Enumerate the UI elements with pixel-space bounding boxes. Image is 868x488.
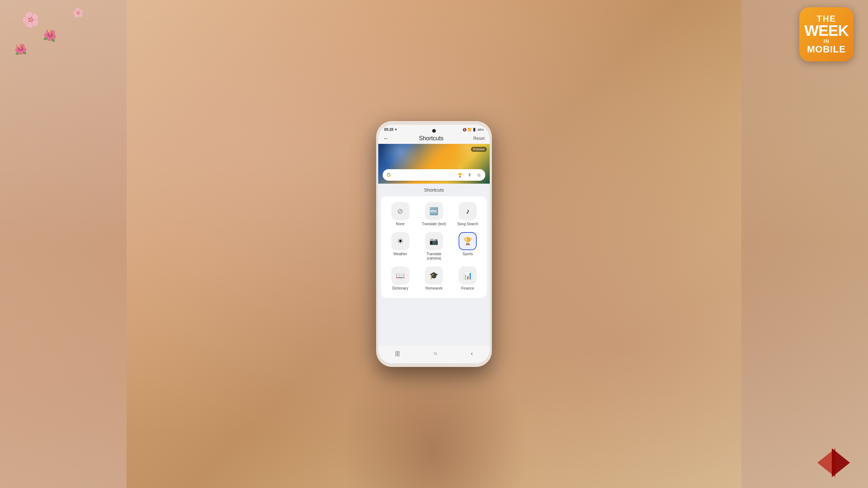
translate-camera-icon: 📷 [429, 237, 438, 245]
back-nav-button[interactable]: ‹ [467, 349, 477, 358]
none-icon: ⊘ [397, 207, 403, 215]
shortcut-weather[interactable]: ☀ Weather [386, 230, 415, 263]
curtain-left [0, 0, 127, 488]
flower-decoration-3: 🌸 [72, 7, 85, 19]
shortcut-dictionary[interactable]: 📖 Dictionary [386, 264, 415, 293]
none-label: None [396, 222, 405, 226]
shortcut-translate-text[interactable]: 🔤 Translate (text) [420, 200, 448, 228]
shortcuts-row-2: ☀ Weather 📷 Translate (camera) [383, 230, 485, 263]
bottom-navigation: ||| ○ ‹ [378, 346, 490, 363]
weather-label: Weather [393, 252, 407, 256]
translate-text-icon-box: 🔤 [425, 202, 443, 220]
flower-decoration-4: 🌺 [14, 43, 27, 55]
signal-icon: ▐▌ [472, 128, 476, 131]
shortcuts-content: Shortcuts ⊘ None 🔤 [378, 184, 490, 346]
arrow-right [832, 448, 850, 477]
preview-badge: Preview [471, 147, 487, 152]
none-icon-box: ⊘ [391, 202, 409, 220]
weather-icon-box: ☀ [391, 232, 409, 250]
page-title: Shortcuts [419, 135, 444, 142]
phone: 09:28 ✳ 🔇 📶 ▐▌ 48% ← Shortcuts Reset [376, 121, 492, 367]
finance-label: Finance [461, 286, 475, 291]
back-button[interactable]: ← [383, 135, 389, 142]
trophy-icon[interactable]: 🏆 [456, 171, 464, 179]
shortcut-homework[interactable]: 🎓 Homework [420, 264, 448, 293]
status-time: 09:28 ✳ [384, 128, 397, 132]
search-icon-group: 🏆 🎙 ⊙ [456, 171, 482, 179]
song-search-label: Song Search [457, 222, 478, 226]
mute-icon: 🔇 [463, 128, 467, 132]
shortcuts-row-1: ⊘ None 🔤 Translate (text) ♪ [383, 200, 485, 228]
phone-screen: 09:28 ✳ 🔇 📶 ▐▌ 48% ← Shortcuts Reset [378, 125, 490, 363]
settings-dot-icon: ✳ [395, 128, 397, 131]
badge-in: IN [824, 38, 829, 44]
translate-camera-label: Translate (camera) [421, 252, 447, 261]
curtain-right [741, 0, 868, 488]
finance-icon-box: 📊 [459, 266, 477, 284]
translate-text-icon: 🔤 [429, 207, 438, 215]
top-bar: ← Shortcuts Reset [378, 133, 490, 144]
badge-week: WEEK [804, 23, 848, 38]
homework-icon-box: 🎓 [425, 266, 443, 284]
google-search-bar[interactable]: G 🏆 🎙 ⊙ [383, 169, 485, 181]
homework-label: Homework [425, 286, 443, 291]
weather-icon: ☀ [397, 237, 404, 245]
home-button[interactable]: ○ [429, 349, 442, 358]
shortcut-song-search[interactable]: ♪ Song Search [453, 200, 482, 228]
shortcut-sports[interactable]: 🏆 Sports [453, 230, 482, 263]
scene: 09:28 ✳ 🔇 📶 ▐▌ 48% ← Shortcuts Reset [0, 0, 868, 488]
shortcut-translate-camera[interactable]: 📷 Translate (camera) [420, 230, 448, 263]
google-logo: G [386, 172, 392, 178]
song-search-icon-box: ♪ [459, 202, 477, 220]
translate-camera-icon-box: 📷 [425, 232, 443, 250]
homework-icon: 🎓 [429, 271, 438, 280]
preview-area: Preview G 🏆 🎙 ⊙ [378, 144, 490, 184]
finance-icon: 📊 [463, 271, 472, 280]
recents-button[interactable]: ||| [391, 349, 404, 358]
song-search-icon: ♪ [466, 207, 469, 215]
status-icons: 🔇 📶 ▐▌ 48% [463, 128, 484, 132]
translate-text-label: Translate (text) [422, 222, 446, 226]
battery-icon: 48% [477, 128, 484, 132]
reset-button[interactable]: Reset [473, 136, 485, 141]
sports-icon: 🏆 [463, 237, 472, 245]
sports-label: Sports [463, 252, 473, 256]
camera-search-icon[interactable]: ⊙ [475, 171, 482, 179]
arrow-logo [817, 448, 850, 477]
shortcuts-grid: ⊘ None 🔤 Translate (text) ♪ [381, 196, 487, 298]
dictionary-label: Dictionary [392, 286, 408, 291]
shortcut-none[interactable]: ⊘ None [386, 200, 415, 228]
wifi-icon: 📶 [468, 128, 471, 131]
shortcut-finance[interactable]: 📊 Finance [453, 264, 482, 293]
camera-notch [432, 129, 436, 133]
shortcuts-row-3: 📖 Dictionary 🎓 Homework 📊 [383, 264, 485, 293]
dictionary-icon: 📖 [396, 271, 405, 280]
dictionary-icon-box: 📖 [391, 266, 409, 284]
shortcuts-section-title: Shortcuts [381, 187, 487, 193]
week-in-mobile-badge: THE WEEK IN MOBILE [799, 7, 854, 61]
sports-icon-box: 🏆 [459, 232, 477, 250]
badge-mobile: MOBILE [807, 44, 846, 55]
microphone-icon[interactable]: 🎙 [466, 171, 473, 179]
